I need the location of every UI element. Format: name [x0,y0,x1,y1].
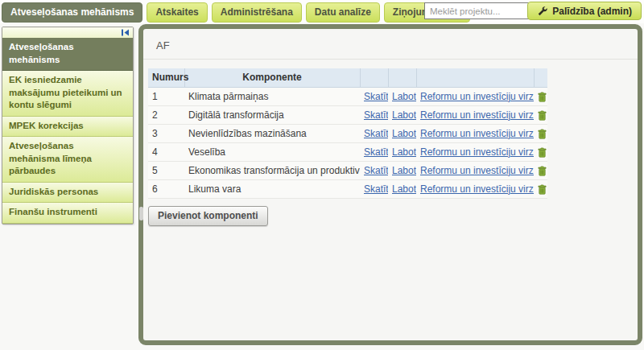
add-component-button[interactable]: Pievienot komponenti [148,206,268,226]
page-title: AF [143,29,638,60]
sidebar-item-finansu-instrumenti[interactable]: Finanšu instrumenti [2,203,133,224]
sidebar-collapse-row [2,27,133,38]
view-link[interactable]: Skatīt [364,109,388,121]
table-row: 5 Ekonomikas transformācija un produktiv… [148,161,547,179]
cell-component: Digitālā transformācija [184,105,360,124]
header-component: Komponente [184,68,360,87]
table-row: 1 Klimata pārmaiņas Skatīt Labot Reformu… [148,87,547,105]
cell-component: Klimata pārmaiņas [184,87,360,105]
cell-component: Nevienlīdzības mazināšana [184,124,360,142]
sidebar-item-ek-maksajumu-pieteikumi[interactable]: EK iesniedzamie maksājumu pieteikumi un … [2,71,133,117]
components-table: Numurs Komponente 1 Klimata pārmaiņas Sk… [148,68,547,199]
cell-number: 3 [148,124,184,142]
header-direction-spacer [416,68,534,87]
sidebar-item-juridiskas-personas[interactable]: Juridiskās personas [2,183,133,204]
components-table-body: 1 Klimata pārmaiņas Skatīt Labot Reformu… [148,87,547,198]
help-admin-button[interactable]: Palīdzība (admin) [527,2,642,20]
vertical-scrollbar-thumb[interactable] [139,207,143,220]
sidebar-menu: Atveseļošanas mehānisms EK iesniedzamie … [2,27,134,224]
table-row: 4 Veselība Skatīt Labot Reformu un inves… [148,142,547,161]
trash-icon[interactable] [538,184,547,195]
tab-administresana[interactable]: Administrēšana [212,2,302,23]
trash-icon[interactable] [538,166,547,176]
view-link[interactable]: Skatīt [364,183,388,195]
cell-component: Ekonomikas transformācija un produktivit… [184,161,360,179]
direction-link[interactable]: Reformu un investīciju virziens [420,109,534,121]
trash-icon[interactable] [538,129,547,139]
cell-number: 2 [148,105,184,124]
tab-atskaites[interactable]: Atskaites [147,2,207,23]
edit-link[interactable]: Labot [392,91,416,102]
header-number: Numurs [148,68,184,87]
sidebar-item-limena-parbaudes[interactable]: Atveseļošanas mehānisma līmeņa pārbaudes [2,137,133,183]
cell-number: 4 [148,142,184,161]
view-link[interactable]: Skatīt [364,146,388,158]
header-view-spacer [360,68,388,87]
edit-link[interactable]: Labot [392,109,416,121]
edit-link[interactable]: Labot [392,146,416,158]
direction-link[interactable]: Reformu un investīciju virziens [420,165,534,176]
cell-component: Veselība [184,142,360,161]
sidebar-item-mpek-korekcijas[interactable]: MPEK korekcijas [2,117,133,138]
top-navigation-bar: Atveseļošanas mehānisms Atskaites Admini… [0,0,644,23]
header-edit-spacer [388,68,416,87]
cell-number: 5 [148,161,184,179]
components-table-header: Numurs Komponente [148,68,547,87]
collapse-left-icon[interactable] [121,29,130,36]
main-tabs: Atveseļošanas mehānisms Atskaites Admini… [2,2,470,23]
table-row: 3 Nevienlīdzības mazināšana Skatīt Labot… [148,124,547,142]
view-link[interactable]: Skatīt [364,128,388,139]
direction-link[interactable]: Reformu un investīciju virziens [420,128,534,139]
cell-number: 6 [148,179,184,198]
view-link[interactable]: Skatīt [364,165,388,176]
trash-icon[interactable] [538,92,547,102]
edit-link[interactable]: Labot [392,128,416,139]
sidebar-item-atveselosanas-mehanisms[interactable]: Atveseļošanas mehānisms [2,38,133,71]
tab-atveselosanas-mehanisms[interactable]: Atveseļošanas mehānisms [2,2,142,23]
table-row: 6 Likuma vara Skatīt Labot Reformu un in… [148,179,547,198]
trash-icon[interactable] [538,147,547,158]
table-row: 2 Digitālā transformācija Skatīt Labot R… [148,105,547,124]
trash-icon[interactable] [538,110,547,121]
direction-link[interactable]: Reformu un investīciju virziens [420,183,534,195]
edit-link[interactable]: Labot [392,183,416,195]
direction-link[interactable]: Reformu un investīciju virziens [420,91,534,102]
tab-datu-analize[interactable]: Datu analīze [306,2,380,23]
help-button-label: Palīdzība (admin) [552,6,632,17]
view-link[interactable]: Skatīt [364,91,388,102]
cell-component: Likuma vara [184,179,360,198]
edit-link[interactable]: Labot [392,165,416,176]
main-content-panel: AF Numurs Komponente 1 Klimata pārmaiņas… [138,24,642,345]
cell-number: 1 [148,87,184,105]
header-delete-spacer [534,68,547,87]
wrench-icon [537,6,547,16]
direction-link[interactable]: Reformu un investīciju virziens [420,146,534,158]
